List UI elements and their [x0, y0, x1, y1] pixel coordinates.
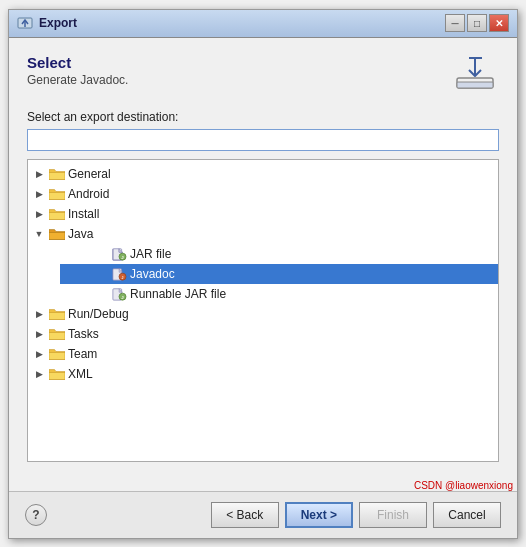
cancel-button[interactable]: Cancel [433, 502, 501, 528]
runnable-jar-icon: J [111, 287, 127, 301]
export-window: Export ─ □ ✕ Select Generate Javadoc. [8, 9, 518, 539]
tree-label-rundebug: Run/Debug [68, 307, 129, 321]
tree-item-android[interactable]: Android [28, 184, 498, 204]
folder-icon-tasks [49, 327, 65, 341]
tree-label-general: General [68, 167, 111, 181]
svg-rect-3 [457, 82, 493, 88]
tree-item-java[interactable]: Java [28, 224, 498, 244]
page-title: Select [27, 54, 128, 71]
tree-item-general[interactable]: General [28, 164, 498, 184]
tree-container: General Android Install [27, 159, 499, 462]
header-section: Select Generate Javadoc. [27, 54, 499, 94]
help-button[interactable]: ? [25, 504, 47, 526]
jar-file-icon: J [111, 247, 127, 261]
content-area: Select Generate Javadoc. Select an expor… [9, 38, 517, 478]
toggle-rundebug [32, 307, 46, 321]
footer-buttons: < Back Next > Finish Cancel [211, 502, 501, 528]
tree-item-rundebug[interactable]: Run/Debug [28, 304, 498, 324]
window-icon [17, 15, 33, 31]
tree-item-xml[interactable]: XML [28, 364, 498, 384]
folder-icon-rundebug [49, 307, 65, 321]
toggle-tasks [32, 327, 46, 341]
tree-item-jar[interactable]: J JAR file [60, 244, 498, 264]
footer-left: ? [25, 504, 47, 526]
folder-icon-install [49, 207, 65, 221]
toggle-android [32, 187, 46, 201]
folder-icon-android [49, 187, 65, 201]
tree-label-android: Android [68, 187, 109, 201]
tree-item-team[interactable]: Team [28, 344, 498, 364]
title-bar: Export ─ □ ✕ [9, 10, 517, 38]
toggle-install [32, 207, 46, 221]
title-bar-left: Export [17, 15, 77, 31]
finish-button[interactable]: Finish [359, 502, 427, 528]
tree-item-install[interactable]: Install [28, 204, 498, 224]
svg-text:J: J [122, 276, 124, 280]
tree-label-java: Java [68, 227, 93, 241]
tree-label-runnable-jar: Runnable JAR file [130, 287, 226, 301]
window-title: Export [39, 16, 77, 30]
tree-label-install: Install [68, 207, 99, 221]
tree-label-xml: XML [68, 367, 93, 381]
folder-icon-xml [49, 367, 65, 381]
folder-icon-java [49, 227, 65, 241]
restore-button[interactable]: □ [467, 14, 487, 32]
tree-label-jar: JAR file [130, 247, 171, 261]
back-button[interactable]: < Back [211, 502, 279, 528]
tree-label-javadoc: Javadoc [130, 267, 175, 281]
watermark: CSDN @liaowenxiong [9, 478, 517, 491]
toggle-java [32, 227, 46, 241]
export-icon [451, 54, 499, 94]
toggle-general [32, 167, 46, 181]
minimize-button[interactable]: ─ [445, 14, 465, 32]
folder-icon-team [49, 347, 65, 361]
header-text: Select Generate Javadoc. [27, 54, 128, 87]
close-button[interactable]: ✕ [489, 14, 509, 32]
tree-label-tasks: Tasks [68, 327, 99, 341]
destination-label: Select an export destination: [27, 110, 499, 124]
javadoc-file-icon: J [111, 267, 127, 281]
toggle-xml [32, 367, 46, 381]
tree-item-runnable-jar[interactable]: J Runnable JAR file [60, 284, 498, 304]
folder-icon-general [49, 167, 65, 181]
title-buttons: ─ □ ✕ [445, 14, 509, 32]
tree-label-team: Team [68, 347, 97, 361]
destination-input[interactable] [27, 129, 499, 151]
footer: ? < Back Next > Finish Cancel [9, 491, 517, 538]
toggle-team [32, 347, 46, 361]
export-graphic [455, 56, 495, 92]
page-subtitle: Generate Javadoc. [27, 73, 128, 87]
next-button[interactable]: Next > [285, 502, 353, 528]
tree-item-tasks[interactable]: Tasks [28, 324, 498, 344]
tree-item-javadoc[interactable]: J Javadoc [60, 264, 498, 284]
